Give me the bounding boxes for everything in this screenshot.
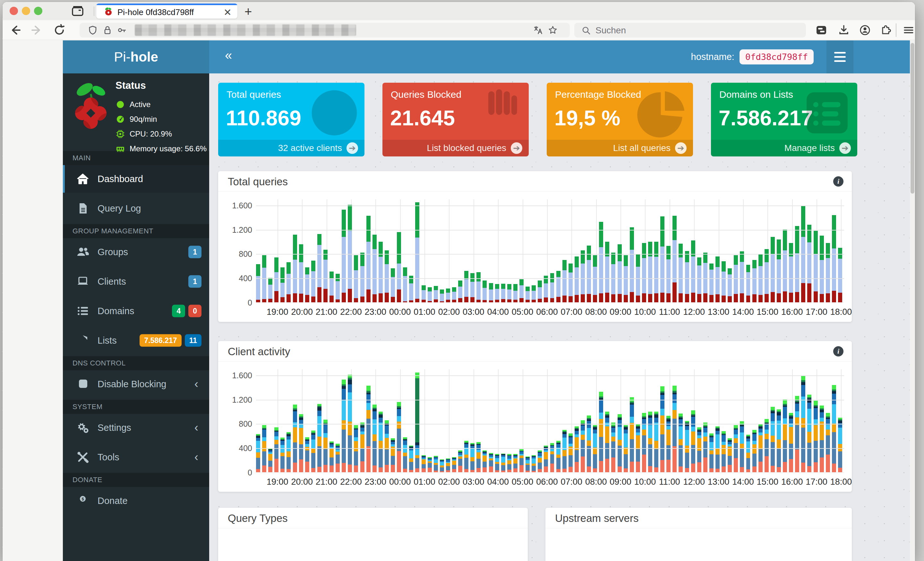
chart-bar: [422, 369, 426, 472]
chart-bar: [476, 369, 481, 472]
minimize-window-button[interactable]: [22, 7, 30, 15]
chart-bar: [446, 369, 450, 472]
sidebar-item-tools[interactable]: Tools‹: [63, 443, 209, 471]
info-icon[interactable]: i: [833, 346, 843, 356]
chart-bar: [440, 199, 444, 302]
desktop-background: Pi-hole 0fd38cd798ff ✕ +: [0, 0, 924, 561]
sidebar-item-lists[interactable]: Lists7.586.21711: [63, 327, 209, 354]
sidebar-collapse-icon[interactable]: «: [219, 48, 238, 63]
sidebar-item-donate[interactable]: $Donate: [63, 487, 209, 515]
card-footer-link[interactable]: 32 active clients➔: [218, 140, 364, 156]
new-tab-button[interactable]: +: [244, 4, 252, 19]
extensions-puzzle-icon[interactable]: [879, 24, 892, 37]
chart-bar: [685, 199, 689, 302]
close-window-button[interactable]: [10, 7, 18, 15]
status-row: Memory usage: 56.6%: [116, 141, 207, 156]
chart-bar: [336, 369, 340, 472]
sidebar-item-query-log[interactable]: Query Log: [63, 194, 209, 222]
reload-icon[interactable]: [53, 24, 66, 36]
redacted-url-text: [135, 24, 356, 36]
card-footer-link[interactable]: Manage lists➔: [711, 140, 857, 156]
active-tab[interactable]: Pi-hole 0fd38cd798ff ✕: [96, 3, 237, 19]
chart-bar: [372, 369, 376, 472]
pihole-brand[interactable]: Pi-hole: [63, 40, 209, 73]
chart-bar: [574, 199, 579, 302]
gridline: [256, 424, 844, 425]
card-value: 110.869: [226, 106, 301, 130]
x-axis-tick: 20:00: [291, 307, 313, 317]
chart-bar: [464, 199, 468, 302]
count-badge: 7.586.217: [140, 334, 181, 347]
chart-bar: [691, 369, 695, 472]
chart-bar: [611, 369, 615, 472]
tab-close-icon[interactable]: ✕: [224, 7, 232, 18]
chart-bar: [765, 199, 769, 302]
x-axis-tick: 05:00: [512, 307, 534, 317]
sidebar-item-clients[interactable]: Clients1: [63, 268, 209, 295]
pihole-logo-icon: [71, 81, 110, 130]
total-queries-chart[interactable]: 04008001.2001.60019:0020:0021:0022:0023:…: [218, 192, 852, 320]
bookmark-star-icon[interactable]: [548, 25, 558, 35]
x-axis-tick: 02:00: [438, 477, 460, 487]
chart-bar: [268, 369, 272, 472]
sidebar-item-settings[interactable]: Settings‹: [63, 414, 209, 441]
chart-bar: [348, 369, 352, 472]
chart-bar: [618, 199, 622, 302]
hostname-block: hostname: 0fd38cd798ff: [691, 40, 814, 73]
client-activity-title: Client activity: [228, 346, 290, 358]
chart-bar: [820, 199, 824, 302]
y-axis-tick: 0: [248, 468, 252, 477]
zoom-window-button[interactable]: [34, 7, 42, 15]
toolbar-divider: [896, 23, 896, 37]
card-footer-link[interactable]: List all queries➔: [547, 140, 693, 156]
sidebar-item-dashboard[interactable]: Dashboard: [63, 165, 209, 193]
x-axis-tick: 13:00: [708, 307, 730, 317]
chart-bar: [746, 199, 750, 302]
chart-bar: [807, 199, 812, 302]
x-axis-tick: 06:00: [536, 307, 558, 317]
chart-bar: [550, 199, 554, 302]
chart-bar: [538, 199, 542, 302]
gears-icon: [76, 422, 89, 434]
chart-bar: [317, 199, 321, 302]
x-axis-tick: 16:00: [781, 307, 803, 317]
chart-bar: [379, 199, 383, 302]
client-activity-chart[interactable]: 04008001.2001.60019:0020:0021:0022:0023:…: [218, 362, 852, 490]
url-bar[interactable]: [80, 23, 570, 37]
search-field[interactable]: Suchen: [574, 23, 806, 37]
sidebar-section-label: SYSTEM: [63, 400, 209, 414]
app-menu-icon[interactable]: [902, 24, 915, 37]
chart-bar: [299, 199, 303, 302]
navbar-menu-icon[interactable]: [826, 40, 854, 73]
chart-bar: [354, 199, 358, 302]
sidebar-item-domains[interactable]: Domains40: [63, 297, 209, 325]
gridline: [256, 254, 844, 254]
info-icon[interactable]: i: [833, 176, 843, 187]
back-icon[interactable]: [9, 24, 21, 36]
chart-bar: [354, 369, 358, 472]
chart-bar: [513, 369, 518, 472]
sidebars-icon[interactable]: [815, 24, 828, 37]
chart-bar: [293, 199, 297, 302]
card-footer-link[interactable]: List blocked queries➔: [382, 140, 529, 156]
key-icon[interactable]: [117, 25, 126, 35]
sidebar-item-disable-blocking[interactable]: Disable Blocking‹: [63, 370, 209, 398]
forward-icon[interactable]: [31, 24, 43, 36]
x-axis-tick: 03:00: [463, 307, 484, 317]
x-axis-tick: 11:00: [659, 477, 680, 487]
downloads-icon[interactable]: [837, 24, 850, 37]
x-axis-tick: 09:00: [610, 477, 632, 487]
tab-manager-icon[interactable]: [70, 5, 85, 17]
sidebar-item-groups[interactable]: Groups1: [63, 238, 209, 266]
page-scrollbar[interactable]: [910, 40, 915, 561]
x-axis-tick: 05:00: [512, 477, 534, 487]
account-icon[interactable]: [858, 24, 872, 37]
chart-bar: [489, 369, 493, 472]
translate-icon[interactable]: [533, 25, 543, 35]
scrollbar-thumb[interactable]: [910, 43, 914, 194]
lock-icon[interactable]: [103, 25, 112, 35]
query-types-title: Query Types: [228, 512, 288, 524]
chart-bar: [630, 369, 634, 472]
shield-icon[interactable]: [88, 25, 98, 35]
upstream-servers-title: Upstream servers: [555, 512, 639, 524]
